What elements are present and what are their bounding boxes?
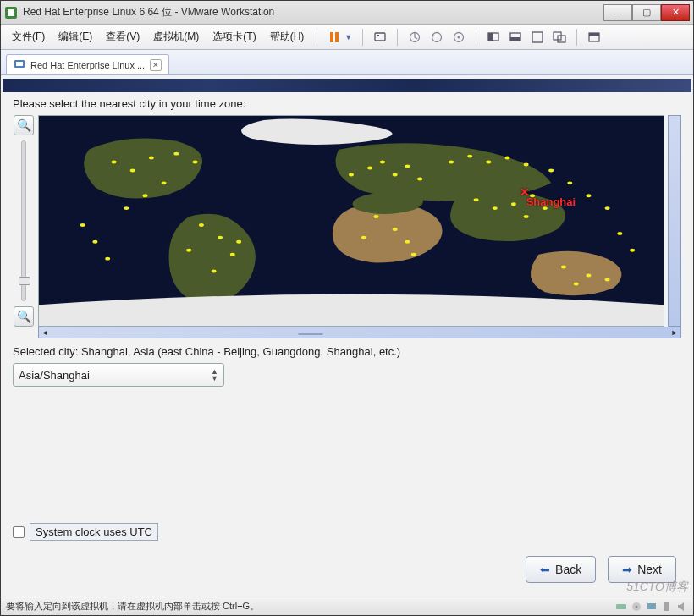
svg-rect-14 — [532, 32, 543, 42]
toolbar-separator — [397, 29, 398, 46]
minimize-button[interactable]: — — [603, 4, 632, 21]
hscroll-thumb[interactable] — [298, 333, 323, 335]
tab-close-icon[interactable]: ✕ — [150, 59, 162, 71]
back-button-label: Back — [555, 563, 581, 576]
snapshot-take-icon[interactable] — [407, 30, 422, 45]
window-title: Red Hat Enterprise Linux 6 64 位 - VMware… — [23, 5, 603, 19]
svg-point-24 — [149, 157, 154, 160]
svg-rect-74 — [647, 603, 656, 609]
zoom-slider-thumb[interactable] — [19, 277, 30, 285]
menu-help[interactable]: 帮助(H) — [264, 27, 311, 47]
svg-point-45 — [474, 198, 479, 201]
window-buttons: — ▢ ✕ — [603, 4, 690, 21]
svg-point-63 — [605, 206, 610, 210]
menu-file[interactable]: 文件(F) — [6, 27, 51, 47]
unity-icon[interactable] — [552, 30, 567, 45]
map-zoom-controls: 🔍 🔍 — [13, 115, 35, 327]
zoom-out-button[interactable]: 🔍 — [14, 306, 34, 327]
svg-point-58 — [505, 157, 510, 160]
selected-city-map-label: Shanghai — [526, 195, 576, 208]
nav-buttons: ⬅ Back ➡ Next — [13, 556, 681, 583]
svg-point-62 — [586, 194, 591, 197]
send-ctrl-alt-del-icon[interactable] — [372, 30, 388, 45]
zoom-in-button[interactable]: 🔍 — [14, 115, 34, 135]
svg-point-59 — [524, 163, 529, 167]
svg-point-60 — [548, 168, 554, 172]
svg-point-32 — [236, 240, 241, 244]
svg-point-53 — [605, 278, 610, 281]
svg-point-23 — [130, 168, 135, 172]
svg-point-73 — [636, 605, 638, 608]
timezone-dropdown[interactable]: Asia/Shanghai ▲▼ — [13, 363, 224, 387]
selected-city-label: Selected city: Shanghai, Asia (east Chin… — [13, 345, 681, 358]
svg-point-61 — [567, 181, 572, 184]
svg-point-51 — [561, 266, 566, 269]
menu-tabs[interactable]: 选项卡(T) — [207, 27, 262, 47]
fit-window-icon[interactable] — [508, 30, 523, 45]
svg-point-57 — [486, 161, 491, 164]
maximize-button[interactable]: ▢ — [632, 4, 661, 21]
disk-icon[interactable] — [615, 601, 627, 613]
usb-icon[interactable] — [661, 601, 673, 613]
scroll-left-icon[interactable]: ◄ — [39, 327, 51, 338]
toolbar-separator — [476, 29, 476, 46]
utc-checkbox[interactable] — [13, 526, 25, 538]
snapshot-manager-icon[interactable] — [451, 30, 466, 45]
zoom-in-icon: 🔍 — [17, 118, 31, 132]
svg-point-40 — [374, 215, 379, 218]
svg-point-30 — [230, 253, 235, 256]
svg-point-27 — [124, 206, 129, 210]
svg-point-69 — [174, 152, 179, 156]
next-button[interactable]: ➡ Next — [608, 556, 676, 583]
timezone-map[interactable]: ✕ Shanghai — [38, 115, 664, 327]
statusbar: 要将输入定向到该虚拟机，请在虚拟机内部单击或按 Ctrl+G。 — [1, 597, 693, 615]
back-button[interactable]: ⬅ Back — [526, 556, 596, 583]
map-vertical-scrollbar[interactable] — [668, 115, 681, 327]
svg-rect-1 — [8, 9, 14, 16]
toolbar-separator — [317, 29, 317, 46]
toolbar-separator — [576, 29, 577, 46]
menu-edit[interactable]: 编辑(E) — [52, 27, 98, 47]
map-horizontal-scrollbar[interactable]: ◄ ► — [38, 327, 681, 338]
pause-icon[interactable] — [327, 30, 342, 45]
fullscreen-icon[interactable] — [530, 30, 545, 45]
world-map-svg — [39, 116, 664, 326]
svg-rect-13 — [510, 37, 520, 41]
sound-icon[interactable] — [676, 601, 688, 613]
thumbnail-bar-icon[interactable] — [587, 30, 602, 45]
network-icon[interactable] — [646, 601, 658, 613]
svg-point-68 — [80, 223, 85, 227]
svg-point-65 — [630, 249, 635, 252]
fit-guest-icon[interactable] — [486, 30, 501, 45]
scroll-right-icon[interactable]: ► — [669, 327, 680, 338]
svg-point-29 — [218, 236, 223, 239]
power-dropdown-arrow-icon[interactable]: ▼ — [344, 33, 352, 41]
vm-tab-rhel[interactable]: Red Hat Enterprise Linux ... ✕ — [6, 54, 169, 74]
svg-point-52 — [586, 273, 591, 277]
zoom-slider-track[interactable] — [21, 140, 26, 301]
svg-point-28 — [199, 223, 204, 227]
cd-icon[interactable] — [631, 601, 642, 613]
svg-point-43 — [361, 236, 366, 239]
svg-point-67 — [105, 257, 110, 261]
svg-point-50 — [524, 215, 529, 218]
svg-point-54 — [574, 282, 579, 285]
close-button[interactable]: ✕ — [661, 4, 690, 21]
svg-point-47 — [511, 202, 516, 206]
svg-rect-20 — [16, 62, 23, 66]
titlebar[interactable]: Red Hat Enterprise Linux 6 64 位 - VMware… — [1, 1, 693, 25]
spacer — [13, 387, 681, 523]
svg-point-44 — [411, 253, 416, 256]
statusbar-device-icons — [615, 601, 688, 613]
svg-point-41 — [393, 228, 398, 231]
timezone-dropdown-value: Asia/Shanghai — [19, 369, 90, 382]
snapshot-revert-icon[interactable] — [429, 30, 444, 45]
menu-vm[interactable]: 虚拟机(M) — [147, 27, 205, 47]
utc-checkbox-label[interactable]: System clock uses UTC — [30, 523, 158, 541]
svg-point-25 — [162, 181, 167, 184]
svg-rect-4 — [375, 33, 385, 41]
menu-view[interactable]: 查看(V) — [100, 27, 146, 47]
svg-rect-3 — [335, 32, 339, 42]
timezone-prompt: Please select the nearest city in your t… — [13, 97, 681, 110]
app-window: Red Hat Enterprise Linux 6 64 位 - VMware… — [0, 0, 694, 616]
